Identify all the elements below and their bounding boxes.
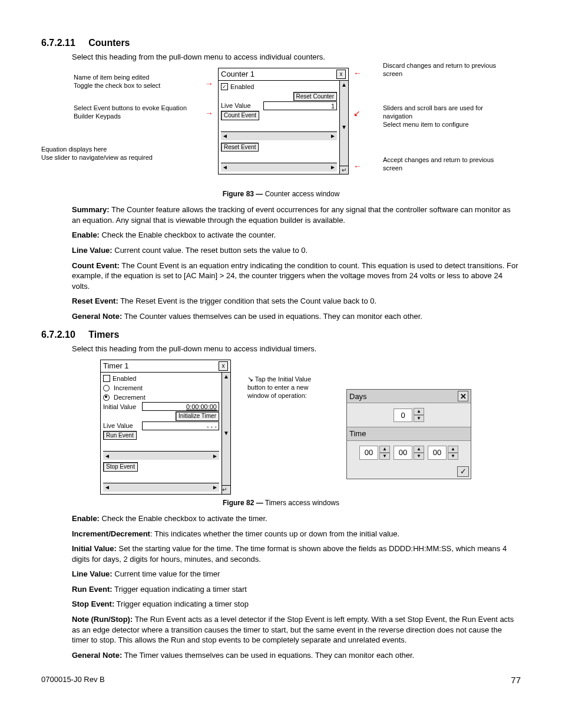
para-general-note: General Note: The Counter values themsel… <box>72 311 521 322</box>
v-scrollbar[interactable]: ▲ ▼ ↵ <box>339 81 348 174</box>
para-general-note: General Note: The Timer values themselve… <box>72 650 521 661</box>
days-value[interactable]: 0 <box>394 409 412 423</box>
section-number: 6.7.2.11 <box>41 37 75 50</box>
scroll-left-icon[interactable]: ◄ <box>104 452 110 460</box>
annotation-right-1: Discard changes and return to previous s… <box>383 62 501 78</box>
figure-83: Name of item being editedToggle the chec… <box>41 68 521 186</box>
scroll-up-icon[interactable]: ▲ <box>223 373 229 381</box>
scroll-down-icon[interactable]: ▼ <box>223 429 229 437</box>
annotation-right-3: Accept changes and return to previous sc… <box>383 156 501 173</box>
arrow-icon: → <box>205 109 213 117</box>
doc-id: 0700015-J0 Rev B <box>41 674 105 686</box>
para-count-event: Count Event: The Count Event is an equat… <box>72 261 521 292</box>
up-icon[interactable]: ▲ <box>379 446 390 453</box>
arrow-icon: ← <box>353 162 362 170</box>
figure-82-caption: Figure 82 — Timers access windows <box>41 498 521 508</box>
scroll-down-icon[interactable]: ▼ <box>341 123 347 131</box>
para-line-value: Line Value: Current time value for the t… <box>72 569 521 579</box>
section-number: 6.7.2.10 <box>41 328 75 341</box>
stop-event-button[interactable]: Stop Event <box>103 462 138 472</box>
section-title: Timers <box>88 330 119 340</box>
initialize-timer-button[interactable]: Initialize Timer <box>176 411 219 421</box>
arrow-icon: → <box>205 80 213 88</box>
decrement-radio[interactable] <box>103 394 110 401</box>
h-scrollbar[interactable]: ◄► <box>103 483 219 492</box>
seconds-spinner[interactable]: 00▲▼ <box>428 446 458 460</box>
enabled-checkbox[interactable]: ✓ <box>221 83 228 90</box>
initial-value-label: Initial Value <box>103 403 140 411</box>
h-scrollbar[interactable]: ◄► <box>103 451 219 460</box>
callout-initial-value: ↘ Tap the Initial Value button to enter … <box>247 360 330 400</box>
arrow-icon: ↙ <box>353 109 361 117</box>
scroll-up-icon[interactable]: ▲ <box>341 81 347 89</box>
run-event-button[interactable]: Run Event <box>103 431 137 440</box>
days-time-panel: Days ✕ 0 ▲▼ Time 00▲▼ 00▲▼ 00▲▼ ✓ <box>346 389 471 479</box>
enabled-label: Enabled <box>230 83 254 91</box>
scroll-right-icon[interactable]: ► <box>212 483 218 492</box>
h-scrollbar[interactable]: ◄► <box>221 131 337 140</box>
para-enable: Enable: Check the Enable checkbox to act… <box>72 230 521 241</box>
up-icon[interactable]: ▲ <box>414 446 424 453</box>
enabled-checkbox[interactable] <box>103 375 110 382</box>
close-button[interactable]: ✕ <box>458 391 468 401</box>
annotation-right-2: Sliders and scroll bars are used for nav… <box>383 104 513 129</box>
scroll-right-icon[interactable]: ► <box>330 132 336 140</box>
figure-83-caption: Figure 83 — Counter access window <box>41 189 521 199</box>
increment-label: Increment <box>114 384 143 393</box>
accept-button[interactable]: ✓ <box>457 466 469 477</box>
counters-intro: Select this heading from the pull-down m… <box>72 52 521 62</box>
decrement-label: Decrement <box>114 393 146 402</box>
down-icon[interactable]: ▼ <box>379 453 390 460</box>
timer-title: Timer 1 <box>103 361 129 371</box>
live-value-field: 1 <box>263 101 337 110</box>
live-value-label: Live Value <box>103 421 140 430</box>
para-incdec: Increment/Decrement: This indicates whet… <box>72 529 521 539</box>
para-note-runstop: Note (Run/Stop): The Run Event acts as a… <box>72 614 521 645</box>
up-icon[interactable]: ▲ <box>414 408 424 415</box>
figure-82: Timer 1 x Enabled Increment Decrement In… <box>100 360 521 495</box>
hours-spinner[interactable]: 00▲▼ <box>359 446 390 460</box>
para-initial: Initial Value: Set the starting value fo… <box>72 543 521 564</box>
initial-value-field[interactable]: 0:00:00:00 <box>142 402 219 411</box>
para-stop-event: Stop Event: Trigger equation indicating … <box>72 599 521 610</box>
section-heading-timers: 6.7.2.10 Timers <box>41 328 521 341</box>
reset-counter-button[interactable]: Reset Counter <box>293 92 337 101</box>
v-scrollbar[interactable]: ▲ ▼ ↵ <box>222 373 230 494</box>
counter-title: Counter 1 <box>221 69 254 80</box>
timer-panel: Timer 1 x Enabled Increment Decrement In… <box>100 360 231 495</box>
scroll-left-icon[interactable]: ◄ <box>222 163 228 172</box>
annotation-left-2: Select Event buttons to evoke Equation B… <box>74 104 191 121</box>
scroll-right-icon[interactable]: ► <box>330 163 336 172</box>
para-enable: Enable: Check the Enable checkbox to act… <box>72 513 521 524</box>
h-scrollbar[interactable]: ◄► <box>221 163 337 172</box>
count-event-button[interactable]: Count Event <box>221 111 259 120</box>
days-spinner[interactable]: 0 ▲▼ <box>394 408 424 422</box>
increment-radio[interactable] <box>103 385 110 391</box>
time-label: Time <box>349 429 366 439</box>
down-icon[interactable]: ▼ <box>414 415 424 422</box>
arrow-icon: ↘ <box>247 375 253 383</box>
caption-bold: Figure 82 — <box>223 499 263 507</box>
scroll-right-icon[interactable]: ► <box>212 452 218 460</box>
days-label: Days <box>349 391 367 402</box>
close-button[interactable]: x <box>219 361 228 371</box>
caption-text: Timers access windows <box>263 499 339 507</box>
up-icon[interactable]: ▲ <box>448 446 458 453</box>
accept-icon[interactable]: ↵ <box>222 485 230 494</box>
arrow-icon: ← <box>353 69 362 77</box>
minutes-spinner[interactable]: 00▲▼ <box>394 446 424 460</box>
scroll-left-icon[interactable]: ◄ <box>222 132 228 140</box>
reset-event-button[interactable]: Reset Event <box>221 143 259 152</box>
down-icon[interactable]: ▼ <box>414 453 424 460</box>
scroll-left-icon[interactable]: ◄ <box>104 483 110 492</box>
close-button[interactable]: x <box>336 70 346 79</box>
caption-text: Counter access window <box>263 190 339 198</box>
down-icon[interactable]: ▼ <box>448 453 458 460</box>
annotation-left-3: Equation displays hereUse slider to navi… <box>41 146 194 162</box>
para-line-value: Line Value: Current count value. The res… <box>72 245 521 256</box>
enabled-label: Enabled <box>113 374 136 383</box>
para-run-event: Run Event: Trigger equation indicating a… <box>72 584 521 595</box>
section-heading-counters: 6.7.2.11 Counters <box>41 37 521 50</box>
accept-icon[interactable]: ↵ <box>340 166 348 174</box>
section-title: Counters <box>88 38 130 48</box>
